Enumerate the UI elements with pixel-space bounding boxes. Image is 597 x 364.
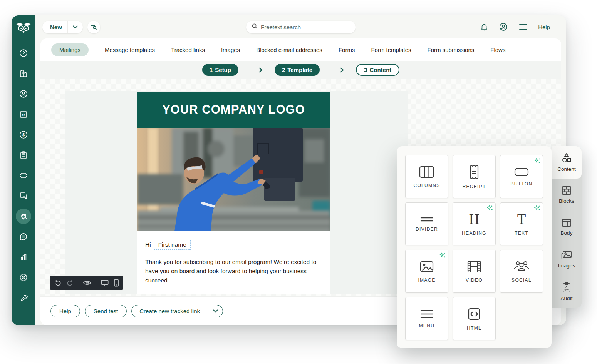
step-number: 2 bbox=[282, 67, 285, 73]
tile-label: HTML bbox=[467, 326, 481, 331]
tile-button[interactable]: BUTTON bbox=[500, 155, 543, 198]
tile-receipt[interactable]: RECEIPT bbox=[453, 155, 496, 198]
email-text-block[interactable]: Hi First name Thank you for subscribing … bbox=[137, 231, 330, 294]
tile-html[interactable]: HTML bbox=[453, 297, 496, 340]
email-logo-block[interactable]: YOUR COMPANY LOGO bbox=[137, 92, 330, 128]
preview-eye-icon[interactable] bbox=[83, 279, 91, 286]
tile-label: RECEIPT bbox=[462, 184, 486, 189]
search-input[interactable] bbox=[261, 24, 350, 30]
wizard-stepper: 1 Setup 2 Template 3 bbox=[40, 61, 561, 79]
tab-flows[interactable]: Flows bbox=[490, 47, 505, 53]
create-tracked-link-label: Create new tracked link bbox=[132, 305, 208, 317]
step-label: Setup bbox=[215, 67, 231, 73]
email-document[interactable]: YOUR COMPANY LOGO bbox=[137, 92, 330, 294]
tab-form-submissions[interactable]: Form submissions bbox=[428, 47, 475, 53]
tile-columns[interactable]: COLUMNS bbox=[405, 155, 448, 198]
heading-icon: H bbox=[469, 212, 480, 226]
sidebar: 12 $ bbox=[12, 15, 35, 325]
tab-forms[interactable]: Forms bbox=[339, 47, 355, 53]
email-paragraph: Thank you for subscribing to our email p… bbox=[145, 257, 319, 285]
side-tab-label: Blocks bbox=[559, 198, 574, 204]
sidebar-item-goals[interactable] bbox=[16, 270, 31, 285]
sidebar-item-tools[interactable] bbox=[16, 290, 31, 306]
mobile-icon[interactable] bbox=[114, 279, 119, 287]
new-button[interactable]: New bbox=[42, 21, 83, 33]
topbar-right: Help bbox=[480, 22, 550, 32]
tab-blocked-addresses[interactable]: Blocked e-mail addresses bbox=[256, 47, 322, 53]
tab-tracked-links[interactable]: Tracked links bbox=[171, 47, 205, 53]
tile-label: IMAGE bbox=[418, 277, 435, 283]
step-number: 1 bbox=[210, 67, 213, 73]
greeting-text: Hi bbox=[145, 241, 151, 248]
chevron-down-icon[interactable] bbox=[68, 25, 83, 29]
tile-heading[interactable]: H HEADING bbox=[453, 202, 496, 245]
search-bar[interactable] bbox=[246, 21, 356, 33]
owl-logo[interactable] bbox=[15, 22, 32, 37]
side-tab-images[interactable]: Images bbox=[552, 243, 582, 276]
tile-social[interactable]: SOCIAL bbox=[500, 250, 543, 293]
sidebar-item-billing[interactable]: $ bbox=[16, 127, 31, 142]
step-label: Content bbox=[369, 67, 391, 73]
sidebar-item-coupons[interactable] bbox=[16, 168, 31, 183]
sidebar-item-dashboard[interactable] bbox=[16, 45, 31, 61]
help-link[interactable]: Help bbox=[538, 24, 550, 30]
step-setup[interactable]: 1 Setup bbox=[202, 64, 238, 76]
side-tab-label: Body bbox=[561, 230, 573, 236]
tile-divider[interactable]: DIVIDER bbox=[405, 202, 448, 245]
menu-icon[interactable] bbox=[518, 23, 528, 30]
tile-label: SOCIAL bbox=[511, 277, 532, 283]
content-blocks-panel: COLUMNS RECEIPT BUTTON bbox=[397, 146, 552, 348]
tab-images[interactable]: Images bbox=[221, 47, 240, 53]
sidebar-item-email-marketing[interactable] bbox=[16, 209, 31, 224]
tile-label: DIVIDER bbox=[416, 227, 438, 232]
tab-form-templates[interactable]: Form templates bbox=[371, 47, 411, 53]
tile-menu[interactable]: MENU bbox=[405, 297, 448, 340]
tab-mailings[interactable]: Mailings bbox=[51, 43, 89, 56]
redo-icon[interactable] bbox=[66, 279, 74, 286]
sidebar-nav: 12 $ bbox=[16, 45, 31, 306]
stepper-connector bbox=[324, 67, 352, 73]
sidebar-item-reports[interactable] bbox=[16, 249, 31, 265]
bell-icon[interactable] bbox=[480, 23, 488, 31]
chevron-down-icon[interactable] bbox=[208, 305, 223, 317]
tile-text[interactable]: T TEXT bbox=[500, 202, 543, 245]
svg-text:$: $ bbox=[22, 132, 25, 137]
sidebar-item-company[interactable] bbox=[16, 66, 31, 81]
step-template[interactable]: 2 Template bbox=[275, 64, 320, 76]
create-tracked-link-button[interactable]: Create new tracked link bbox=[131, 305, 223, 317]
undo-icon[interactable] bbox=[54, 279, 62, 286]
help-button[interactable]: Help bbox=[50, 305, 80, 317]
tile-video[interactable]: VIDEO bbox=[453, 250, 496, 293]
tile-label: BUTTON bbox=[511, 181, 533, 187]
topbar: New bbox=[35, 15, 566, 38]
side-tab-label: Content bbox=[557, 166, 575, 172]
sidebar-item-tasks[interactable] bbox=[16, 147, 31, 163]
search-icon bbox=[252, 23, 258, 31]
text-icon: T bbox=[517, 212, 526, 226]
panel-side-tabs: Content Blocks Body Images Audit bbox=[552, 146, 582, 308]
sidebar-item-contacts[interactable] bbox=[16, 86, 31, 102]
account-icon[interactable] bbox=[499, 22, 508, 32]
send-test-button[interactable]: Send test bbox=[85, 305, 127, 317]
sidebar-item-calendar[interactable]: 12 bbox=[16, 107, 31, 122]
new-button-label: New bbox=[42, 24, 67, 30]
tile-image[interactable]: IMAGE bbox=[405, 250, 448, 293]
step-content[interactable]: 3 Content bbox=[356, 64, 399, 76]
sidebar-item-documents[interactable] bbox=[16, 188, 31, 204]
tab-message-templates[interactable]: Message templates bbox=[105, 47, 155, 53]
desktop-icon[interactable] bbox=[101, 279, 109, 287]
side-tab-blocks[interactable]: Blocks bbox=[552, 179, 582, 211]
side-tab-audit[interactable]: Audit bbox=[552, 276, 582, 308]
side-tab-content[interactable]: Content bbox=[552, 146, 582, 179]
sidebar-item-messages[interactable] bbox=[16, 229, 31, 244]
tile-label: HEADING bbox=[462, 230, 486, 236]
filter-search-button[interactable] bbox=[87, 21, 100, 33]
section-tabs: Mailings Message templates Tracked links… bbox=[40, 38, 561, 61]
merge-tag-first-name[interactable]: First name bbox=[154, 240, 191, 250]
side-tab-label: Audit bbox=[561, 296, 573, 301]
ai-sparkle-icon bbox=[534, 157, 540, 165]
side-tab-body[interactable]: Body bbox=[552, 211, 582, 243]
content-tile-grid: COLUMNS RECEIPT BUTTON bbox=[397, 146, 552, 349]
email-hero-image[interactable] bbox=[137, 128, 330, 231]
tile-label: COLUMNS bbox=[413, 183, 440, 188]
